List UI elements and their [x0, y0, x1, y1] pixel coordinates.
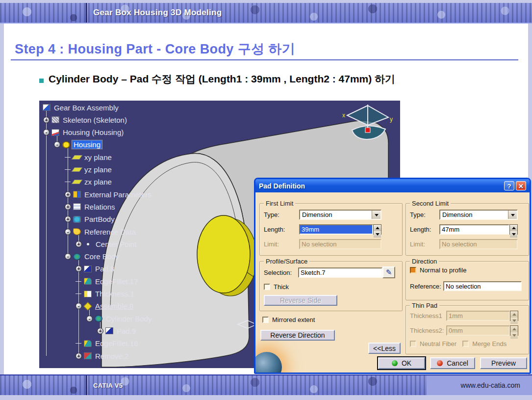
- tree-item-label[interactable]: Thickness.1: [94, 290, 136, 298]
- tree-item-label[interactable]: Relations: [83, 203, 117, 211]
- tree-item-label[interactable]: Center Point: [94, 240, 138, 248]
- tree-item-zx-plane[interactable]: zx plane: [65, 176, 113, 188]
- selection-input[interactable]: [298, 267, 382, 278]
- cancel-button[interactable]: Cancel: [430, 357, 475, 369]
- second-type-combobox[interactable]: Dimension: [439, 210, 518, 220]
- tree-item-label[interactable]: zx plane: [83, 178, 113, 186]
- tree-item-xy-plane[interactable]: xy plane: [65, 151, 113, 163]
- reference-input[interactable]: [443, 281, 522, 291]
- slide: Gear Box Housing 3D Modeling Step 4 : Ho…: [0, 0, 532, 400]
- first-length-spinner[interactable]: [373, 224, 381, 235]
- tree-item-external-parameters[interactable]: +External Parameters: [65, 188, 153, 200]
- tree-expander-icon[interactable]: +: [97, 328, 103, 334]
- thickness1-input: [446, 311, 510, 321]
- reverse-direction-button[interactable]: Reverse Direction: [260, 330, 335, 341]
- part-icon: [51, 129, 59, 136]
- tree-item-label[interactable]: EdgeFillet.16: [94, 339, 140, 347]
- pad-icon: [105, 327, 113, 334]
- tree-item-label[interactable]: Skeleton (Skeleton): [61, 116, 128, 124]
- tree-branch-tick: [65, 179, 71, 185]
- first-length-input[interactable]: [299, 224, 373, 235]
- tree-item-partbody[interactable]: +PartBody: [65, 213, 116, 225]
- reference-label: Reference:: [410, 283, 443, 290]
- tree-item-core-body[interactable]: -Core Body: [65, 251, 121, 263]
- tree-item-label[interactable]: Pad.9: [115, 327, 137, 335]
- help-icon[interactable]: ?: [504, 181, 514, 190]
- tree-expander-icon[interactable]: +: [43, 117, 50, 123]
- footer-left-text: CATIA V5: [93, 375, 123, 395]
- profile-surface-group: Profile/Surface Selection: ✎ Thick Rever…: [259, 261, 403, 311]
- preview-button[interactable]: Preview: [480, 357, 527, 369]
- tree-item-label[interactable]: Cylinder Body: [104, 315, 153, 323]
- chevron-down-icon[interactable]: [508, 211, 517, 219]
- fillet-icon: [84, 340, 92, 347]
- tree-item-relations[interactable]: +Relations: [65, 201, 117, 213]
- tree-item-label[interactable]: Remove.2: [94, 352, 130, 360]
- tree-expander-icon[interactable]: -: [65, 253, 71, 260]
- dialog-titlebar[interactable]: Pad Definition ? ✕: [255, 179, 530, 192]
- ok-button[interactable]: OK: [378, 357, 425, 369]
- tree-item-label[interactable]: xy plane: [83, 153, 113, 161]
- page-title: Step 4 : Housing Part - Core Body 구성 하기: [15, 40, 295, 58]
- tree-expander-icon[interactable]: +: [65, 204, 71, 210]
- spinner-down-icon[interactable]: [374, 231, 381, 238]
- tree-item-reference-data[interactable]: -Reference Data: [65, 226, 137, 238]
- second-length-input[interactable]: [439, 224, 509, 235]
- tree-item-center-point[interactable]: +Center Point: [76, 238, 138, 250]
- tree-expander-icon[interactable]: +: [65, 216, 71, 222]
- thick-checkbox[interactable]: [264, 284, 270, 290]
- tree-expander-icon[interactable]: -: [76, 303, 82, 309]
- sketch-edit-icon[interactable]: ✎: [382, 267, 395, 278]
- tree-item-label[interactable]: Reference Data: [83, 228, 137, 236]
- remove-icon: [84, 352, 92, 359]
- tree-item-label[interactable]: Housing: [72, 140, 102, 149]
- second-length-spinner[interactable]: [509, 224, 518, 235]
- tree-item-yz-plane[interactable]: yz plane: [65, 164, 113, 176]
- tree-item-label[interactable]: Assemble.8: [94, 302, 135, 310]
- tree-item-skeleton-skeleton[interactable]: +Skeleton (Skeleton): [43, 114, 128, 126]
- tree-expander-icon[interactable]: +: [76, 353, 82, 359]
- tree-expander-icon[interactable]: -: [54, 141, 60, 148]
- tree-expander-icon[interactable]: -: [65, 229, 71, 235]
- spinner-down-icon[interactable]: [510, 231, 517, 238]
- tree-branch-tick: [76, 278, 82, 285]
- spinner-up-icon[interactable]: [510, 225, 517, 231]
- tree-item-pad-9[interactable]: +Pad.9: [97, 325, 137, 337]
- tree-expander-icon[interactable]: -: [43, 129, 50, 135]
- tree-item-label[interactable]: EdgeFillet.17: [94, 277, 140, 286]
- tree-item-label[interactable]: Pad.8: [94, 265, 116, 273]
- close-icon[interactable]: ✕: [516, 181, 526, 190]
- tree-item-label[interactable]: yz plane: [83, 165, 113, 174]
- tree-item-label[interactable]: Core Body: [83, 252, 121, 261]
- skeleton-icon: [51, 116, 59, 123]
- tree-item-assemble-8[interactable]: -Assemble.8: [76, 300, 135, 312]
- tree-expander-icon[interactable]: +: [76, 241, 82, 247]
- first-type-combobox[interactable]: Dimension: [299, 210, 381, 220]
- tree-item-housing-housing[interactable]: -Housing (Housing): [43, 127, 125, 138]
- tree-expander-icon[interactable]: +: [76, 266, 82, 272]
- tree-item-cylinder-body[interactable]: -Cylinder Body: [86, 313, 153, 324]
- tree-item-edgefillet-16[interactable]: EdgeFillet.16: [76, 338, 140, 349]
- tree-expander-icon[interactable]: +: [65, 191, 71, 198]
- tree-expander-icon[interactable]: -: [86, 316, 93, 322]
- tree-item-thickness-1[interactable]: Thickness.1: [76, 288, 136, 300]
- tree-item-gear-box-assembly[interactable]: Gear Box Assembly: [43, 102, 120, 113]
- tree-item-label[interactable]: Housing (Housing): [61, 128, 125, 136]
- mirrored-extent-checkbox[interactable]: [262, 317, 269, 323]
- bullet-square-icon: [39, 79, 44, 83]
- spinner-up-icon[interactable]: [374, 225, 381, 231]
- tree-item-housing[interactable]: -Housing: [54, 139, 102, 151]
- tree-item-label[interactable]: Gear Box Assembly: [52, 104, 120, 112]
- tree-item-pad-8[interactable]: +Pad.8: [76, 263, 116, 275]
- normal-to-profile-checkbox[interactable]: [410, 267, 416, 273]
- tree-item-edgefillet-17[interactable]: EdgeFillet.17: [76, 275, 140, 287]
- tree-item-label[interactable]: External Parameters: [83, 190, 153, 199]
- dialog-body: First Limit Type: Dimension Length:: [255, 192, 530, 373]
- less-button[interactable]: <<Less: [368, 343, 401, 354]
- tree-item-label[interactable]: PartBody: [83, 215, 116, 223]
- decorative-sphere: [254, 352, 282, 374]
- tree-item-remove-2[interactable]: +Remove.2: [76, 350, 130, 362]
- chevron-down-icon[interactable]: [372, 211, 380, 219]
- reverse-side-button: Reverse Side: [264, 295, 337, 306]
- second-limit-input: [439, 239, 518, 249]
